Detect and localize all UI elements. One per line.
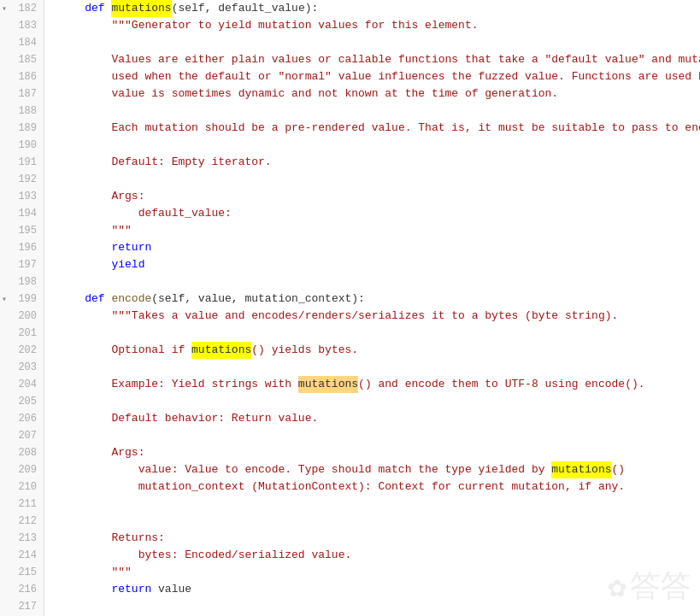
token: mutation_context (MutationContext): Cont… (138, 478, 626, 496)
code-line: return value (44, 581, 700, 598)
line-number: 209 (0, 461, 44, 478)
code-line: """ (44, 222, 700, 239)
code-line: """Takes a value and encodes/renders/ser… (44, 308, 700, 325)
line-number: 213 (0, 530, 44, 547)
token (58, 239, 111, 256)
code-line: Default: Empty iterator. (44, 154, 700, 171)
line-number: 215 (0, 564, 44, 581)
code-content[interactable]: def mutations(self, default_value): """G… (44, 0, 700, 616)
line-number: 189 (0, 120, 44, 137)
line-number-text: 210 (18, 481, 37, 493)
token (58, 478, 138, 496)
fold-arrow-icon[interactable]: ▾ (2, 294, 7, 304)
token (58, 17, 111, 34)
code-line: Args: (44, 444, 700, 461)
token: value is sometimes dynamic and not known… (111, 85, 558, 103)
line-number-text: 209 (18, 464, 37, 476)
token: value (151, 581, 191, 598)
token: return (111, 239, 151, 256)
token (58, 120, 111, 137)
token (58, 581, 111, 598)
code-line: value: Value to encode. Type should matc… (44, 461, 700, 478)
line-number: 202 (0, 342, 44, 359)
line-number: 183 (0, 17, 44, 34)
line-number-text: 184 (18, 37, 37, 49)
line-number: 198 (0, 273, 44, 290)
line-number-text: 205 (18, 396, 37, 408)
token (58, 564, 111, 581)
token (58, 376, 111, 393)
line-number-text: 198 (18, 276, 37, 288)
line-number: 184 (0, 34, 44, 51)
code-editor: ▾182183184185186187188189190191192193194… (0, 0, 700, 616)
line-number-text: 202 (18, 344, 37, 356)
line-number: ▾199 (0, 290, 44, 308)
token (58, 68, 111, 85)
line-number: 208 (0, 444, 44, 461)
token (58, 154, 111, 171)
line-number-text: 215 (18, 566, 37, 578)
token (58, 308, 111, 325)
token (58, 256, 111, 273)
token: () (612, 461, 626, 478)
token: Returns: (111, 530, 164, 547)
token (58, 547, 138, 564)
line-number: 186 (0, 68, 44, 85)
code-line: Values are either plain values or callab… (44, 51, 700, 68)
code-line (44, 325, 700, 342)
line-number-text: 200 (18, 310, 37, 322)
code-line: used when the default or "normal" value … (44, 68, 700, 85)
code-line: """Generator to yield mutation values fo… (44, 17, 700, 34)
code-line: value is sometimes dynamic and not known… (44, 85, 700, 103)
token (58, 0, 85, 17)
token: () yields bytes. (251, 342, 358, 359)
token: used when the default or "normal" value … (111, 68, 700, 85)
code-line: Args: (44, 188, 700, 205)
line-number-text: 186 (18, 71, 37, 83)
token (58, 51, 111, 68)
line-number-text: 187 (18, 88, 37, 100)
code-line: bytes: Encoded/serialized value. (44, 547, 700, 564)
line-number: 193 (0, 188, 44, 205)
token: (self, value, mutation_context): (151, 290, 365, 308)
token: mutations (298, 376, 358, 393)
line-number-text: 213 (18, 532, 37, 544)
line-number-text: 197 (18, 259, 37, 271)
code-line: yield (44, 256, 700, 273)
token (58, 85, 111, 103)
line-number-text: 182 (18, 3, 37, 15)
line-number: 207 (0, 427, 44, 444)
line-number: 212 (0, 513, 44, 530)
token: yield (111, 256, 144, 273)
line-number: 196 (0, 239, 44, 256)
line-number-text: 216 (18, 584, 37, 595)
line-number: 188 (0, 103, 44, 120)
line-number-text: 183 (18, 20, 37, 32)
line-number: ▾182 (0, 0, 44, 17)
token: Default behavior: Return value. (111, 410, 318, 427)
line-number: 194 (0, 205, 44, 222)
line-number: 217 (0, 598, 44, 615)
fold-arrow-icon[interactable]: ▾ (2, 3, 7, 14)
token: Values are either plain values or callab… (111, 51, 700, 68)
line-number: 205 (0, 393, 44, 410)
line-numbers-gutter: ▾182183184185186187188189190191192193194… (0, 0, 44, 616)
token (58, 188, 111, 205)
token (58, 410, 111, 427)
token: """Generator to yield mutation values fo… (111, 17, 478, 34)
line-number-text: 207 (18, 430, 37, 442)
code-line: Example: Yield strings with mutations() … (44, 376, 700, 393)
token: def (85, 0, 111, 17)
code-line: Each mutation should be a pre-rendered v… (44, 120, 700, 137)
code-line (44, 273, 700, 290)
line-number: 195 (0, 222, 44, 239)
token (58, 222, 111, 239)
line-number: 200 (0, 308, 44, 325)
code-line (44, 34, 700, 51)
line-number: 191 (0, 154, 44, 171)
token (58, 461, 138, 478)
code-line (44, 137, 700, 154)
token: value: Value to encode. Type should matc… (138, 461, 552, 478)
code-line (44, 359, 700, 376)
token: """ (111, 564, 131, 581)
